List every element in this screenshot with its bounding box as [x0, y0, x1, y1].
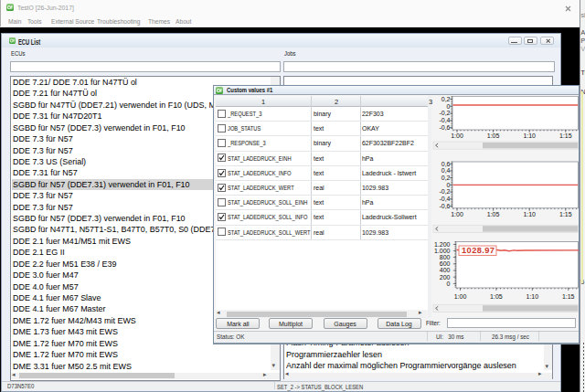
- svg-text:0: 0: [447, 181, 451, 187]
- svg-text:0,2: 0,2: [441, 96, 451, 102]
- svg-text:1:05: 1:05: [490, 293, 503, 300]
- svg-text:1.000: 1.000: [434, 247, 451, 253]
- svg-text:-0,2: -0,2: [439, 188, 450, 195]
- svg-text:-0,2: -0,2: [439, 110, 450, 116]
- svg-text:0,2: 0,2: [441, 175, 451, 181]
- svg-text:0,4: 0,4: [441, 167, 451, 174]
- svg-text:-0,4: -0,4: [439, 196, 450, 202]
- svg-text:1028.97: 1028.97: [462, 246, 495, 255]
- svg-text:-0,4: -0,4: [439, 117, 450, 123]
- svg-text:1:00: 1:00: [451, 132, 463, 139]
- svg-text:0: 0: [447, 280, 451, 286]
- svg-text:600: 600: [440, 260, 451, 267]
- svg-text:0: 0: [447, 102, 451, 109]
- svg-text:0,6: 0,6: [441, 160, 451, 166]
- svg-text:1:15: 1:15: [559, 211, 572, 217]
- svg-text:1:10: 1:10: [523, 211, 536, 217]
- svg-text:1.200: 1.200: [434, 240, 451, 247]
- svg-text:800: 800: [440, 253, 451, 260]
- svg-text:1:10: 1:10: [526, 293, 538, 300]
- svg-text:1:10: 1:10: [523, 132, 536, 139]
- svg-text:1:05: 1:05: [487, 132, 500, 139]
- svg-text:400: 400: [440, 267, 451, 273]
- svg-text:200: 200: [440, 273, 451, 280]
- svg-text:-0,6: -0,6: [439, 124, 450, 131]
- svg-text:1:05: 1:05: [487, 211, 500, 217]
- svg-text:1:00: 1:00: [451, 211, 463, 217]
- svg-text:-0,6: -0,6: [439, 202, 450, 208]
- svg-text:1:00: 1:00: [454, 293, 467, 300]
- svg-text:1:15: 1:15: [559, 132, 572, 139]
- svg-text:1:15: 1:15: [562, 293, 575, 300]
